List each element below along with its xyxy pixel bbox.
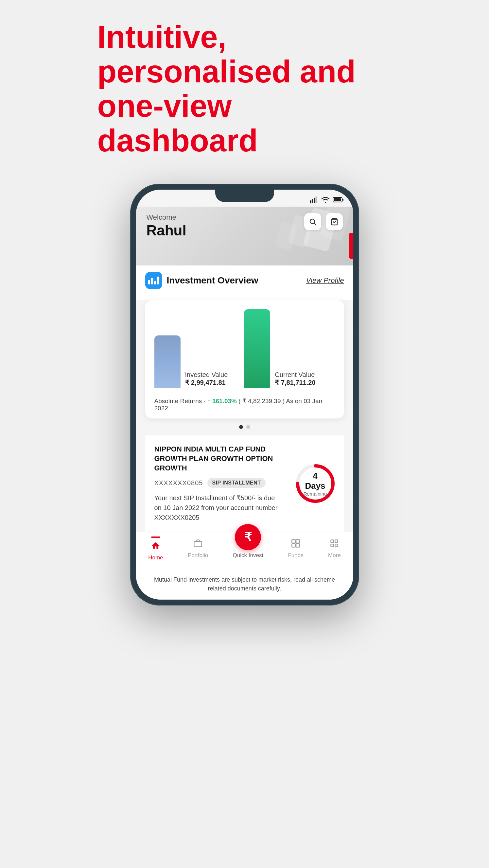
invested-value: ₹ 2,99,471.81 [185, 379, 228, 386]
invested-bar [154, 335, 181, 388]
svg-rect-15 [292, 544, 295, 547]
invested-group: Invested Value ₹ 2,99,471.81 [154, 335, 228, 388]
current-info: Current Value ₹ 7,81,711.20 [275, 371, 315, 388]
nav-portfolio[interactable]: Portfolio [188, 539, 208, 559]
svg-rect-18 [335, 540, 338, 543]
invested-info: Invested Value ₹ 2,99,471.81 [185, 371, 228, 388]
returns-row: Absolute Returns - ↑ 161.03% ( ₹ 4,82,23… [154, 393, 335, 412]
returns-percent: ↑ 161.03% [207, 398, 237, 404]
status-icons [310, 196, 343, 205]
days-remaining: 4 Days [304, 471, 327, 491]
remaining-label: Remaining [304, 491, 327, 497]
svg-rect-13 [292, 539, 295, 543]
svg-rect-16 [296, 544, 300, 547]
portfolio-label: Portfolio [188, 552, 208, 559]
signal-icon [310, 196, 318, 205]
sip-card: NIPPON INDIA MULTI CAP FUND GROWTH PLAN … [145, 435, 344, 532]
overview-title: Investment Overview [167, 275, 258, 286]
battery-icon [333, 197, 343, 204]
home-icon [151, 541, 160, 553]
phone-wrapper: Welcome Rahul [127, 184, 362, 606]
sip-badge: SIP INSTALLMENT [207, 478, 265, 488]
current-value: ₹ 7,81,711.20 [275, 379, 315, 386]
quick-invest-btn[interactable]: ₹ [235, 524, 261, 550]
portfolio-icon [193, 539, 203, 550]
current-group: Current Value ₹ 7,81,711.20 [244, 309, 315, 388]
investment-card: Invested Value ₹ 2,99,471.81 Current Val… [145, 300, 344, 418]
header-actions [304, 213, 343, 230]
more-icon [330, 539, 339, 550]
dot-1[interactable] [239, 425, 243, 429]
returns-amount: ( ₹ 4,82,239.39 ) [239, 398, 284, 404]
svg-rect-17 [331, 540, 334, 543]
svg-rect-2 [314, 198, 315, 203]
headline-text: Intuitive, personalised and one-view das… [97, 20, 392, 158]
svg-rect-5 [334, 198, 341, 202]
rupee-icon: ₹ [244, 530, 252, 544]
dot-2[interactable] [246, 425, 250, 429]
overview-title-group: Investment Overview [145, 272, 258, 289]
phone-notch [215, 190, 274, 202]
chart-bars-icon [146, 274, 161, 287]
disclaimer-text: Mutual Fund investments are subject to m… [154, 577, 335, 592]
nav-funds[interactable]: Funds [288, 539, 303, 559]
sip-account-num: XXXXXXX0805 [154, 479, 203, 487]
nav-quick-invest[interactable]: ₹ Quick Invest [233, 539, 264, 559]
header-area: Welcome Rahul [136, 207, 353, 266]
view-profile-link[interactable]: View Profile [306, 276, 344, 285]
bars-row: Invested Value ₹ 2,99,471.81 Current Val… [154, 309, 335, 388]
svg-rect-12 [194, 541, 202, 547]
current-bar [244, 309, 270, 388]
more-label: More [328, 552, 341, 559]
search-button[interactable] [304, 213, 321, 230]
overview-header: Investment Overview View Profile [145, 266, 344, 293]
carousel-dots [136, 425, 353, 429]
red-accent-bar [349, 233, 353, 259]
svg-rect-19 [331, 544, 334, 547]
svg-line-8 [314, 223, 316, 225]
sip-fund-name: NIPPON INDIA MULTI CAP FUND GROWTH PLAN … [154, 445, 279, 473]
headline-section: Intuitive, personalised and one-view das… [97, 20, 392, 158]
home-active-indicator [151, 536, 160, 538]
svg-rect-6 [342, 199, 343, 201]
svg-rect-14 [296, 539, 300, 543]
cart-button[interactable] [326, 213, 343, 230]
invested-label: Invested Value [185, 371, 228, 379]
phone-screen: Welcome Rahul [136, 190, 353, 599]
funds-label: Funds [288, 552, 303, 559]
bottom-nav: Home Portfolio ₹ Quick Invest [136, 532, 353, 569]
disclaimer: Mutual Fund investments are subject to m… [136, 569, 353, 599]
nav-home[interactable]: Home [148, 536, 163, 561]
svg-rect-0 [310, 200, 311, 203]
sip-description: Your next SIP Installment of ₹500/- is d… [154, 493, 279, 522]
svg-rect-3 [315, 196, 317, 203]
home-label: Home [148, 555, 163, 561]
wifi-icon [321, 196, 330, 204]
nav-more[interactable]: More [328, 539, 341, 559]
svg-rect-1 [312, 199, 313, 203]
returns-label: Absolute Returns - [154, 398, 206, 404]
quick-invest-label: Quick Invest [233, 552, 264, 559]
overview-section: Investment Overview View Profile [136, 266, 353, 300]
circle-text: 4 Days Remaining [304, 471, 327, 497]
svg-rect-20 [335, 544, 338, 547]
circle-timer: 4 Days Remaining [296, 464, 335, 503]
funds-icon [291, 539, 300, 550]
current-label: Current Value [275, 371, 315, 379]
chart-icon-box [145, 272, 162, 289]
phone-frame: Welcome Rahul [130, 184, 359, 606]
